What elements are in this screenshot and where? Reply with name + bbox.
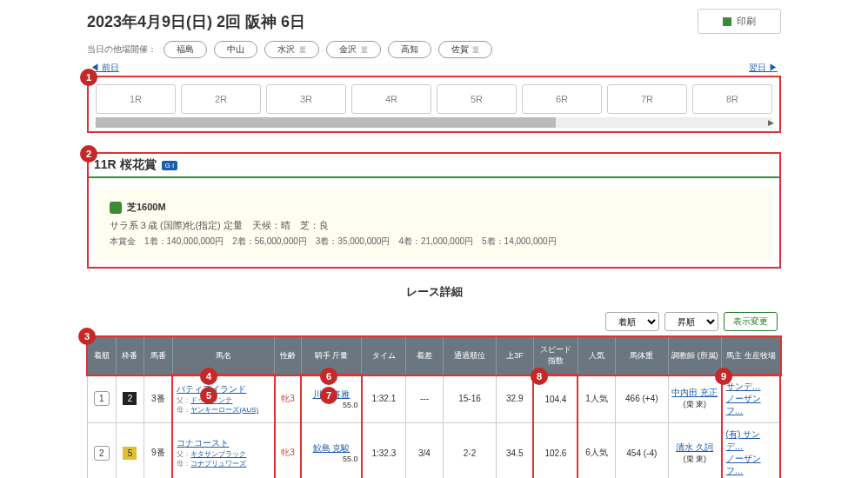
cell-hw: 454 (-4) [615,423,668,479]
cell-finish: 1 [88,375,117,423]
conditions-text: サラ系３歳 (国際)牝(指定) 定量 天候：晴 芝：良 [110,219,758,232]
sort-order-select[interactable]: 昇順 [664,312,718,331]
marker-6: 6 [320,368,337,385]
cell-time: 1:32.1 [362,375,406,423]
col-owner[interactable]: 馬主 生産牧場 [722,337,780,375]
cell-frame: 5 [116,423,144,479]
col-trainer[interactable]: 調教師 (所属) [668,337,721,375]
col-pass[interactable]: 通過順位 [443,337,496,375]
marker-1: 1 [80,69,97,86]
venue-pill[interactable]: 金沢 重 [326,41,381,58]
cell-num: 3番 [144,375,173,423]
race-tab[interactable]: 1R [96,84,176,114]
cell-pass: 15-16 [443,375,496,423]
grade-badge: G I [162,161,178,170]
race-tab[interactable]: 5R [437,84,517,114]
table-row: 259番コナコースト父：キタサンブラック母：コナブリュワーズ牝3鮫島 克駿55.… [88,423,781,479]
cell-owner: (有) サンデ…ノーザンフ… [722,423,780,479]
venue-pill[interactable]: 中山 [214,41,257,58]
horse-link[interactable]: コナコースト [177,438,229,448]
scroll-right-icon[interactable]: ▶ [765,117,776,128]
table-row: 123番パティアイランド父：ドゥラメンテ母：ヤンキーローズ(AUS)牝3川田 将… [88,375,781,423]
col-pop[interactable]: 人気 [578,337,615,375]
cell-sex: 牝3 [275,423,302,479]
detail-heading: レース詳細 [87,284,781,300]
cell-num: 9番 [144,423,173,479]
next-day-link[interactable]: 翌日 ▶ [749,62,778,74]
apply-button[interactable]: 表示変更 [724,312,778,331]
venue-pill[interactable]: 福島 [164,41,207,58]
col-name[interactable]: 馬名 [172,337,274,375]
dam-text: 母：コナブリュワーズ [177,459,270,468]
marker-2: 2 [80,145,97,163]
print-label: 印刷 [737,15,756,28]
farm-link[interactable]: ノーザンフ… [726,454,761,475]
jockey-link[interactable]: 鮫島 克駿 [313,443,351,453]
race-tab[interactable]: 8R [692,84,772,114]
cell-horse: コナコースト父：キタサンブラック母：コナブリュワーズ [172,423,274,479]
dam-link[interactable]: ヤンキーローズ(AUS) [190,406,258,414]
venue-pill[interactable]: 佐賀 重 [438,41,493,58]
cell-3f: 34.5 [497,423,534,479]
cell-margin: --- [406,375,444,423]
cell-trainer: 中内田 充正(栗 東) [668,375,721,423]
sort-field-select[interactable]: 着順 [605,312,659,331]
venue-pill[interactable]: 高知 [388,41,431,58]
prize-text: 本賞金 1着：140,000,000円 2着：56,000,000円 3着：35… [110,236,758,248]
sire-text: 父：ドゥラメンテ [177,395,270,405]
dam-link[interactable]: コナブリュワーズ [190,460,246,468]
col-3f[interactable]: 上3F [497,337,534,375]
turf-icon [110,202,122,214]
marker-8: 8 [531,368,548,385]
marker-3: 3 [78,328,96,345]
race-info-region: 2 11R 桜花賞 G I 芝1600M サラ系３歳 (国際)牝(指定) 定量 … [87,152,781,269]
sire-link[interactable]: キタサンブラック [190,450,246,458]
scrollbar[interactable]: ◀ ▶ [96,117,772,128]
col-margin[interactable]: 着差 [406,337,444,375]
race-tab[interactable]: 2R [181,84,261,114]
col-num[interactable]: 馬番 [144,337,173,375]
cell-frame: 2 [116,375,144,423]
trainer-link[interactable]: 清水 久詞 [676,442,713,452]
col-time[interactable]: タイム [362,337,406,375]
owner-link[interactable]: (有) サンデ… [726,429,760,451]
cell-speed: 102.6 [533,423,578,479]
col-age[interactable]: 性齢 [275,337,302,375]
result-table: 着順 枠番 馬番 馬名 性齢 騎手 斤量 タイム 着差 通過順位 上3F スピー… [87,336,781,478]
col-weight[interactable]: 馬体重 [615,337,668,375]
owner-link[interactable]: サンデ… [726,382,761,391]
race-tab[interactable]: 3R [266,84,346,114]
sire-text: 父：キタサンブラック [177,449,270,459]
cell-finish: 2 [88,423,117,479]
print-button[interactable]: 印刷 [698,9,781,34]
cell-margin: 3/4 [406,423,444,479]
farm-link[interactable]: ノーザンフ… [726,394,761,415]
course-label: 芝1600M [127,201,166,214]
cell-trainer: 清水 久詞(栗 東) [668,423,721,479]
race-heading: 11R 桜花賞 [94,157,157,173]
race-tab[interactable]: 6R [522,84,602,114]
col-frame[interactable]: 枠番 [116,337,144,375]
marker-4: 4 [200,368,217,385]
cell-pop: 1人気 [578,375,615,423]
marker-9: 9 [715,368,732,385]
cell-3f: 32.9 [497,375,534,423]
race-tab[interactable]: 4R [351,84,431,114]
cell-jockey: 鮫島 克駿55.0 [301,423,361,479]
race-tab[interactable]: 7R [607,84,687,114]
cell-horse: パティアイランド父：ドゥラメンテ母：ヤンキーローズ(AUS) [172,375,274,423]
marker-5: 5 [200,387,217,404]
cell-pass: 2-2 [443,423,496,479]
cell-hw: 466 (+4) [615,375,668,423]
marker-7: 7 [320,387,337,404]
race-tabs-region: 1 1R 2R 3R 4R 5R 6R 7R 8R ◀ ▶ [87,76,781,133]
venues-label: 当日の他場開催： [87,43,157,56]
dam-text: 母：ヤンキーローズ(AUS) [177,405,270,415]
printer-icon [723,17,731,26]
cell-time: 1:32.3 [362,423,406,479]
trainer-link[interactable]: 中内田 充正 [671,388,718,397]
scroll-thumb[interactable] [96,117,556,128]
cell-pop: 6人気 [578,423,615,479]
venue-pill[interactable]: 水沢 重 [264,41,319,58]
cell-sex: 牝3 [275,375,302,423]
